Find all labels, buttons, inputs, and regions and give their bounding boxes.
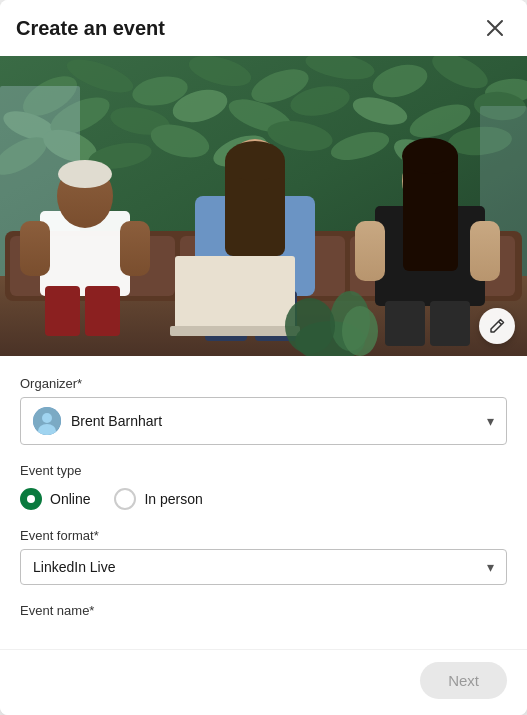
- svg-rect-46: [175, 256, 295, 331]
- event-type-field-group: Event type Online In person: [20, 463, 507, 510]
- svg-rect-40: [85, 286, 120, 336]
- chevron-down-icon-format: ▾: [487, 559, 494, 575]
- organizer-label: Organizer*: [20, 376, 507, 391]
- close-icon: [486, 19, 504, 37]
- event-format-field-group: Event format* LinkedIn Live ▾: [20, 528, 507, 585]
- event-format-label: Event format*: [20, 528, 507, 543]
- online-label: Online: [50, 491, 90, 507]
- avatar: [33, 407, 61, 435]
- svg-rect-47: [170, 326, 300, 336]
- event-name-field-group: Event name*: [20, 603, 507, 618]
- online-radio[interactable]: [20, 488, 42, 510]
- svg-rect-55: [430, 301, 470, 346]
- svg-point-61: [285, 298, 335, 354]
- event-format-select[interactable]: LinkedIn Live ▾: [20, 549, 507, 585]
- close-button[interactable]: [479, 12, 511, 44]
- modal-title: Create an event: [16, 17, 165, 40]
- form-section: Organizer* Brent Barnhart ▾ Event type: [0, 356, 527, 649]
- modal-footer: Next: [0, 649, 527, 715]
- svg-rect-53: [470, 221, 500, 281]
- next-button[interactable]: Next: [420, 662, 507, 699]
- hero-image: [0, 56, 527, 356]
- organizer-value: Brent Barnhart: [71, 413, 466, 429]
- avatar-image: [33, 407, 61, 435]
- svg-rect-52: [355, 221, 385, 281]
- edit-photo-button[interactable]: [479, 308, 515, 344]
- event-format-value: LinkedIn Live: [33, 559, 466, 575]
- pencil-icon: [489, 318, 505, 334]
- in-person-label: In person: [144, 491, 202, 507]
- organizer-select[interactable]: Brent Barnhart ▾: [20, 397, 507, 445]
- modal-header: Create an event: [0, 0, 527, 56]
- event-type-radio-group: Online In person: [20, 488, 507, 510]
- svg-rect-39: [45, 286, 80, 336]
- create-event-modal: Create an event: [0, 0, 527, 715]
- online-option[interactable]: Online: [20, 488, 90, 510]
- svg-point-42: [58, 160, 112, 188]
- hero-image-container: [0, 56, 527, 356]
- svg-rect-38: [120, 221, 150, 276]
- svg-point-58: [402, 138, 458, 174]
- event-type-label: Event type: [20, 463, 507, 478]
- svg-point-64: [42, 413, 52, 423]
- chevron-down-icon: ▾: [487, 413, 494, 429]
- svg-point-50: [225, 141, 285, 181]
- svg-rect-37: [20, 221, 50, 276]
- event-name-label: Event name*: [20, 603, 507, 618]
- svg-point-62: [342, 306, 378, 356]
- in-person-radio[interactable]: [114, 488, 136, 510]
- in-person-option[interactable]: In person: [114, 488, 202, 510]
- svg-rect-54: [385, 301, 425, 346]
- organizer-field-group: Organizer* Brent Barnhart ▾: [20, 376, 507, 445]
